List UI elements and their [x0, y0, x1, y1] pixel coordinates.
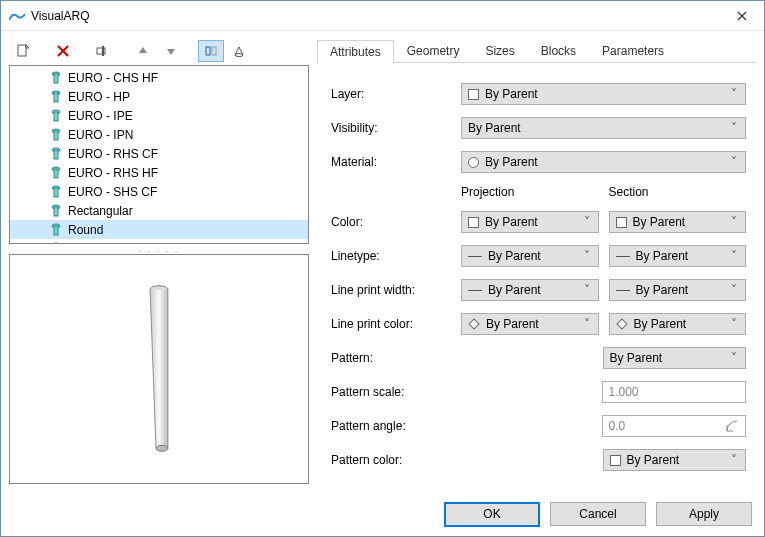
tree-item[interactable]: EURO - HP	[10, 87, 308, 106]
titlebar: VisualARQ	[1, 1, 764, 31]
section-header: Section	[609, 185, 747, 199]
color-section-combo[interactable]: By Parent˅	[609, 211, 747, 233]
tree-item[interactable]: EURO - RHS HF	[10, 163, 308, 182]
line-icon	[616, 290, 630, 291]
tab-sizes[interactable]: Sizes	[472, 39, 527, 63]
color-projection-combo[interactable]: By Parent˅	[461, 211, 599, 233]
tab-parameters[interactable]: Parameters	[589, 39, 677, 63]
chevron-down-icon: ˅	[727, 87, 741, 101]
tree-item[interactable]: EURO - SHS CF	[10, 182, 308, 201]
pattern-scale-input[interactable]: 1.000	[602, 381, 747, 403]
dialog-footer: OK Cancel Apply	[1, 492, 764, 536]
linetype-label: Linetype:	[331, 249, 461, 263]
view-front-button[interactable]	[198, 40, 224, 62]
swatch-icon	[616, 217, 627, 228]
attributes-panel: Layer: By Parent ˅ Visibility: By Parent…	[317, 63, 756, 484]
diamond-icon	[616, 318, 627, 329]
svg-rect-19	[54, 188, 58, 197]
chevron-down-icon: ˅	[727, 283, 741, 297]
linetype-projection-combo[interactable]: By Parent˅	[461, 245, 599, 267]
pattern-angle-input[interactable]: 0.0	[602, 415, 747, 437]
tree-item-label: Rectangular	[68, 204, 133, 218]
column-style-icon	[50, 185, 62, 199]
material-combo[interactable]: By Parent ˅	[461, 151, 746, 173]
chevron-down-icon: ˅	[727, 249, 741, 263]
view-persp-button[interactable]	[226, 40, 252, 62]
horizontal-splitter[interactable]: . . . . .	[9, 244, 309, 254]
svg-point-27	[156, 445, 168, 451]
pattern-color-combo[interactable]: By Parent˅	[603, 449, 747, 471]
tab-bar: AttributesGeometrySizesBlocksParameters	[317, 39, 756, 63]
column-style-icon	[50, 90, 62, 104]
tab-attributes[interactable]: Attributes	[317, 40, 394, 64]
layer-value: By Parent	[485, 87, 721, 101]
move-up-button[interactable]	[130, 40, 156, 62]
pattern-color-label: Pattern color:	[331, 453, 461, 467]
tab-geometry[interactable]: Geometry	[394, 39, 473, 63]
material-icon	[468, 157, 479, 168]
dialog-body: EURO - CHS HFEURO - HPEURO - IPEEURO - I…	[1, 31, 764, 492]
svg-rect-9	[54, 93, 58, 102]
lpw-section-combo[interactable]: By Parent˅	[609, 279, 747, 301]
svg-rect-4	[212, 47, 216, 55]
delete-button[interactable]	[50, 40, 76, 62]
material-label: Material:	[331, 155, 461, 169]
apply-button[interactable]: Apply	[656, 502, 752, 526]
chevron-down-icon: ˅	[580, 249, 594, 263]
lpc-projection-combo[interactable]: By Parent˅	[461, 313, 599, 335]
lpc-section-combo[interactable]: By Parent˅	[609, 313, 747, 335]
pattern-angle-label: Pattern angle:	[331, 419, 461, 433]
svg-rect-17	[54, 169, 58, 178]
new-style-button[interactable]	[10, 40, 36, 62]
ok-button[interactable]: OK	[444, 502, 540, 527]
color-label: Color:	[331, 215, 461, 229]
dialog-window: VisualARQ	[0, 0, 765, 537]
material-value: By Parent	[485, 155, 721, 169]
tree-item-label: EURO - IPE	[68, 109, 133, 123]
tab-blocks[interactable]: Blocks	[528, 39, 589, 63]
tree-item[interactable]: EURO - IPN	[10, 125, 308, 144]
chevron-down-icon: ˅	[580, 317, 594, 331]
svg-rect-15	[54, 150, 58, 159]
chevron-down-icon: ˅	[727, 215, 741, 229]
preview-pane	[9, 254, 309, 484]
chevron-down-icon: ˅	[727, 351, 741, 365]
svg-rect-3	[206, 47, 210, 55]
chevron-down-icon: ˅	[580, 283, 594, 297]
pattern-combo[interactable]: By Parent˅	[603, 347, 747, 369]
tree-item[interactable]: EURO - IPE	[10, 106, 308, 125]
chevron-down-icon: ˅	[727, 121, 741, 135]
layer-combo[interactable]: By Parent ˅	[461, 83, 746, 105]
angle-unit-icon	[725, 419, 739, 433]
svg-rect-21	[54, 207, 58, 216]
swatch-icon	[610, 455, 621, 466]
column-style-icon	[50, 223, 62, 237]
preview-column-icon	[10, 255, 308, 483]
move-down-button[interactable]	[158, 40, 184, 62]
tree-item-label: EURO - RHS HF	[68, 166, 158, 180]
svg-rect-23	[54, 226, 58, 235]
chevron-down-icon: ˅	[727, 453, 741, 467]
close-button[interactable]	[720, 1, 764, 31]
line-print-width-label: Line print width:	[331, 283, 461, 297]
linetype-section-combo[interactable]: By Parent˅	[609, 245, 747, 267]
line-icon	[616, 256, 630, 257]
tree-item-label: EURO - HP	[68, 90, 130, 104]
column-style-icon	[50, 166, 62, 180]
layer-label: Layer:	[331, 87, 461, 101]
rename-button[interactable]	[90, 40, 116, 62]
lpw-projection-combo[interactable]: By Parent˅	[461, 279, 599, 301]
style-tree[interactable]: EURO - CHS HFEURO - HPEURO - IPEEURO - I…	[9, 65, 309, 244]
tree-item[interactable]: EURO - RHS CF	[10, 144, 308, 163]
cancel-button[interactable]: Cancel	[550, 502, 646, 526]
tree-item[interactable]: EURO - CHS HF	[10, 68, 308, 87]
visibility-combo[interactable]: By Parent ˅	[461, 117, 746, 139]
svg-rect-0	[18, 45, 26, 56]
line-icon	[468, 256, 482, 257]
chevron-down-icon: ˅	[727, 155, 741, 169]
tree-item[interactable]: Round	[10, 220, 308, 239]
projection-header: Projection	[461, 185, 599, 199]
tree-item[interactable]: Rectangular	[10, 201, 308, 220]
svg-rect-2	[102, 46, 104, 56]
tree-item-label: EURO - SHS CF	[68, 185, 157, 199]
